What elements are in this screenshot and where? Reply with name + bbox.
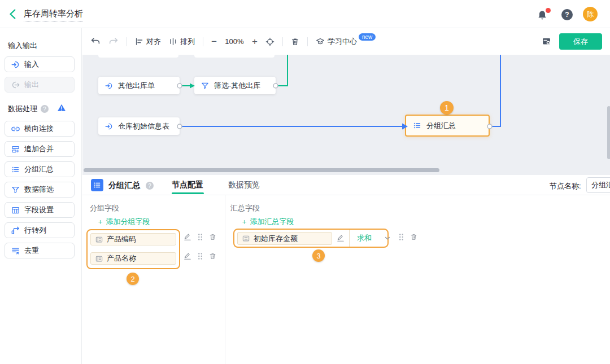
link-icon bbox=[11, 125, 20, 133]
pencil-icon bbox=[184, 233, 191, 241]
group-summary-icon bbox=[91, 179, 103, 191]
sidebar-item-dedupe[interactable]: 去重 bbox=[5, 243, 75, 258]
annotation-badge-2: 2 bbox=[127, 273, 139, 285]
add-summary-field-link[interactable]: ＋ 添加汇总字段 bbox=[241, 217, 294, 227]
node-group-summary[interactable]: 分组汇总 bbox=[405, 115, 490, 137]
horizontal-scrollbar[interactable] bbox=[84, 168, 439, 172]
warning-icon[interactable] bbox=[57, 104, 66, 112]
annotation-badge-1: 1 bbox=[440, 101, 454, 115]
chevron-down-icon bbox=[384, 235, 391, 242]
vertical-scrollbar[interactable] bbox=[607, 106, 610, 159]
field-row-actions bbox=[184, 233, 216, 241]
arrange-label: 排列 bbox=[180, 37, 195, 47]
edit-button[interactable] bbox=[184, 233, 191, 241]
group-summary-icon bbox=[11, 165, 20, 174]
drag-dots-icon bbox=[198, 252, 203, 260]
undo-button[interactable] bbox=[90, 37, 101, 47]
sidebar-item-label: 字段设置 bbox=[24, 205, 54, 215]
arrange-icon bbox=[169, 37, 177, 46]
panel-header: 分组汇总 ? 节点配置 数据预览 节点名称: 分组汇总 bbox=[82, 175, 610, 195]
group-field-chip[interactable]: 产品名称 bbox=[90, 252, 176, 265]
app-window: 库存周转率分析 ? 陈 输入输出 输入 输出 数据处理 ? bbox=[0, 0, 610, 364]
toolbar-divider bbox=[282, 37, 283, 46]
trash-icon bbox=[291, 37, 299, 46]
help-icon[interactable]: ? bbox=[41, 105, 49, 113]
help-icon[interactable]: ? bbox=[561, 9, 573, 20]
drag-dots-icon bbox=[198, 233, 203, 241]
sidebar-item-horizontal-join[interactable]: 横向连接 bbox=[5, 121, 75, 137]
node-config-panel: 分组汇总 ? 节点配置 数据预览 节点名称: 分组汇总 分组字段 ＋ 添加分组字… bbox=[82, 175, 610, 364]
tab-node-config[interactable]: 节点配置 bbox=[172, 180, 203, 190]
pencil-icon bbox=[184, 252, 191, 260]
sidebar-item-group-summary[interactable]: 分组汇总 bbox=[5, 161, 75, 177]
redo-button[interactable] bbox=[108, 37, 119, 47]
save-button[interactable]: 保存 bbox=[559, 33, 602, 50]
back-button[interactable] bbox=[7, 8, 19, 20]
node-other-outbound[interactable]: 其他出库单 bbox=[98, 77, 180, 94]
toolbar-divider bbox=[127, 37, 127, 46]
aggregation-value: 求和 bbox=[357, 233, 372, 243]
add-group-field-link[interactable]: ＋ 添加分组字段 bbox=[97, 217, 150, 227]
sidebar-item-append-merge[interactable]: 追加合并 bbox=[5, 141, 75, 157]
delete-field-button[interactable] bbox=[209, 233, 216, 241]
process-section-label: 数据处理 bbox=[8, 104, 37, 114]
delete-button[interactable] bbox=[291, 37, 299, 46]
sidebar-item-data-filter[interactable]: 数据筛选 bbox=[5, 182, 75, 198]
amount-field-icon bbox=[242, 235, 250, 242]
edit-button[interactable] bbox=[337, 234, 345, 242]
zoom-in-button[interactable]: + bbox=[252, 37, 258, 46]
align-icon bbox=[135, 37, 143, 46]
input-icon bbox=[105, 82, 113, 90]
node-label: 筛选-其他出库 bbox=[214, 81, 260, 91]
align-button[interactable]: 对齐 bbox=[135, 37, 161, 47]
learning-center-button[interactable]: 学习中心 new bbox=[316, 37, 377, 47]
node-label: 分组汇总 bbox=[426, 121, 456, 131]
annotation-badge-3: 3 bbox=[312, 249, 325, 262]
drag-dots-icon bbox=[399, 233, 404, 241]
image-export-icon bbox=[542, 37, 551, 46]
notifications-button[interactable] bbox=[537, 9, 550, 21]
drag-handle[interactable] bbox=[399, 233, 404, 241]
align-label: 对齐 bbox=[146, 37, 161, 47]
topbar: 库存周转率分析 ? 陈 bbox=[0, 0, 610, 28]
toolbar-divider bbox=[203, 37, 203, 46]
sidebar-item-label: 行转列 bbox=[24, 225, 46, 235]
aggregation-dropdown[interactable]: 求和 bbox=[349, 230, 395, 247]
node-warehouse-initial-table[interactable]: 仓库初始信息表 bbox=[98, 117, 180, 135]
edit-button[interactable] bbox=[184, 252, 191, 260]
locate-button[interactable] bbox=[265, 37, 274, 46]
sidebar-item-row-to-column[interactable]: 行转列 bbox=[5, 222, 75, 238]
zoom-out-button[interactable]: − bbox=[211, 37, 217, 46]
input-icon bbox=[105, 122, 113, 130]
summary-field-chip[interactable]: 初始库存金额 bbox=[237, 232, 332, 245]
sidebar-item-field-settings[interactable]: 字段设置 bbox=[5, 202, 75, 218]
tab-data-preview[interactable]: 数据预览 bbox=[228, 180, 260, 190]
group-field-chip[interactable]: 产品编码 bbox=[90, 233, 176, 245]
page-title[interactable]: 库存周转率分析 bbox=[24, 8, 83, 22]
export-image-button[interactable] bbox=[542, 37, 551, 46]
arrange-button[interactable]: 排列 bbox=[169, 37, 195, 47]
node-filter-other-outbound[interactable]: 筛选-其他出库 bbox=[194, 77, 276, 94]
delete-field-button[interactable] bbox=[209, 252, 216, 260]
sidebar-item-label: 去重 bbox=[24, 245, 39, 256]
drag-handle[interactable] bbox=[198, 252, 203, 260]
avatar[interactable]: 陈 bbox=[583, 7, 598, 21]
drag-handle[interactable] bbox=[198, 233, 203, 241]
delete-field-button[interactable] bbox=[410, 233, 417, 241]
help-icon[interactable]: ? bbox=[146, 182, 154, 190]
dedupe-icon bbox=[11, 247, 20, 255]
node-label: 仓库初始信息表 bbox=[118, 121, 169, 131]
chevron-left-icon bbox=[7, 8, 19, 20]
node-name-input[interactable]: 分组汇总 bbox=[586, 177, 610, 193]
toolbar-divider bbox=[307, 37, 308, 46]
append-merge-icon bbox=[11, 145, 20, 154]
sidebar-item-output[interactable]: 输出 bbox=[5, 77, 75, 93]
offscreen-node-partial bbox=[194, 55, 274, 58]
active-tab-underline bbox=[172, 192, 204, 194]
new-badge: new bbox=[359, 33, 376, 41]
group-fields-label: 分组字段 bbox=[90, 203, 119, 213]
trash-icon bbox=[410, 233, 417, 241]
sidebar-item-input[interactable]: 输入 bbox=[5, 56, 75, 72]
notification-dot bbox=[546, 8, 551, 13]
flow-canvas[interactable]: 其他出库单 筛选-其他出库 仓库初始信息表 分组汇总 1 bbox=[82, 55, 610, 175]
